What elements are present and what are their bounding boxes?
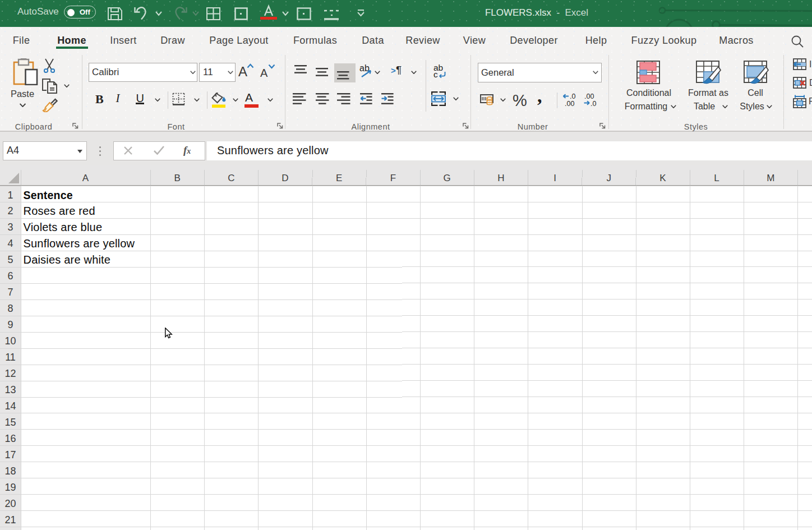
svg-text:.0: .0 — [590, 100, 596, 107]
svg-text:13: 13 — [4, 384, 16, 395]
svg-text:.00: .00 — [565, 100, 574, 107]
svg-text:2: 2 — [7, 205, 13, 216]
svg-text:11: 11 — [5, 352, 16, 363]
svg-text:D: D — [282, 173, 288, 183]
svg-text:8: 8 — [7, 303, 13, 314]
svg-text:10: 10 — [4, 335, 16, 347]
svg-text:G: G — [443, 173, 450, 183]
svg-text:Sunflowers are yellow: Sunflowers are yellow — [24, 237, 135, 250]
svg-text:19: 19 — [4, 482, 16, 493]
svg-text:21: 21 — [4, 514, 16, 526]
svg-text:E: E — [336, 173, 342, 183]
svg-text:16: 16 — [4, 433, 16, 444]
svg-text:H: H — [497, 173, 504, 183]
svg-text:6: 6 — [7, 270, 13, 282]
svg-text:5: 5 — [7, 254, 13, 265]
svg-text:Sentence: Sentence — [24, 189, 73, 201]
svg-text:17: 17 — [4, 449, 16, 460]
svg-text:J: J — [606, 173, 611, 183]
svg-text:12: 12 — [4, 368, 16, 379]
svg-text:I: I — [553, 173, 556, 183]
svg-text:18: 18 — [4, 466, 16, 477]
svg-text:C: C — [228, 173, 234, 183]
svg-text:7: 7 — [7, 287, 13, 298]
svg-text:K: K — [659, 173, 666, 183]
svg-text:F: F — [390, 173, 396, 183]
svg-text:14: 14 — [4, 400, 16, 412]
svg-text:4: 4 — [7, 238, 13, 249]
svg-text:B: B — [174, 173, 180, 183]
svg-text:9: 9 — [7, 319, 13, 330]
svg-text:20: 20 — [4, 498, 16, 509]
svg-text:15: 15 — [4, 417, 16, 428]
svg-text:Violets are blue: Violets are blue — [24, 221, 103, 233]
svg-text:3: 3 — [7, 222, 13, 233]
svg-text:L: L — [714, 173, 719, 183]
svg-text:1: 1 — [7, 190, 13, 201]
svg-text:A: A — [82, 173, 89, 183]
svg-text:M: M — [767, 173, 774, 183]
svg-text:Daisies are white: Daisies are white — [24, 254, 111, 266]
svg-text:Roses are red: Roses are red — [24, 205, 95, 217]
